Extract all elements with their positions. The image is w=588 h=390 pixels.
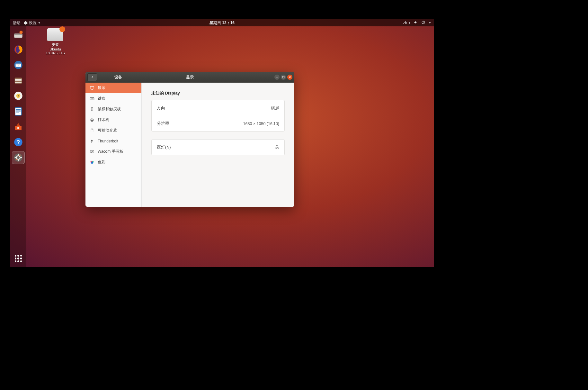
tablet-icon: [89, 149, 94, 154]
sidebar-item-color[interactable]: 色彩: [85, 157, 141, 168]
back-button[interactable]: [87, 73, 97, 81]
dock-item-settings[interactable]: [12, 151, 25, 164]
power-icon[interactable]: [421, 20, 425, 25]
chevron-down-icon: ▼: [429, 22, 431, 24]
chevron-left-icon: [91, 76, 94, 79]
color-icon: [89, 160, 94, 165]
sidebar-item-mouse-touchpad[interactable]: 鼠标和触摸板: [85, 104, 141, 114]
app-menu[interactable]: 设置 ▼: [24, 20, 40, 26]
settings-window: 设备 显示 显示 键盘 鼠标和触摸板: [85, 72, 294, 207]
dock: ?: [10, 26, 26, 267]
svg-rect-24: [15, 157, 16, 158]
removable-media-icon: [89, 128, 94, 133]
svg-text:?: ?: [17, 139, 20, 145]
row-value: 1680 × 1050 (16∶10): [243, 121, 279, 126]
maximize-icon: [282, 76, 285, 78]
sidebar-item-label: 打印机: [98, 117, 109, 122]
settings-sidebar: 显示 键盘 鼠标和触摸板 打印机 可移动介质: [85, 83, 142, 207]
window-titlebar[interactable]: 设备 显示: [85, 72, 294, 83]
display-icon: [89, 86, 94, 91]
svg-rect-33: [92, 98, 93, 98]
display-heading: 未知的 Display: [151, 90, 285, 96]
svg-rect-32: [91, 98, 92, 98]
sidebar-item-display[interactable]: 显示: [85, 83, 141, 93]
dock-item-firefox[interactable]: [12, 43, 25, 56]
header-section-title: 设备: [99, 75, 138, 80]
close-button[interactable]: [287, 75, 292, 80]
dock-item-files[interactable]: [12, 74, 25, 87]
desktop-icon-install-ubuntu[interactable]: 安装 Ubuntu 18.04.5 LTS: [39, 28, 71, 55]
svg-rect-22: [18, 154, 19, 155]
sidebar-item-label: 鼠标和触摸板: [98, 106, 121, 112]
dock-item-upgrade[interactable]: [12, 28, 25, 41]
svg-rect-28: [90, 86, 94, 89]
svg-rect-15: [16, 110, 21, 111]
top-bar: 活动 设置 ▼ 星期日 12：16 zh ▼ ▼: [10, 19, 434, 26]
svg-point-46: [91, 162, 93, 164]
maximize-button[interactable]: [281, 75, 286, 80]
row-value: 横屏: [271, 105, 279, 111]
resolution-row[interactable]: 分辨率 1680 × 1050 (16∶10): [152, 116, 284, 131]
svg-rect-7: [15, 80, 22, 81]
svg-rect-38: [91, 119, 94, 121]
close-icon: [289, 76, 291, 78]
svg-point-11: [18, 95, 19, 96]
sidebar-item-label: 可移动介质: [98, 128, 117, 133]
apps-grid-icon: [15, 255, 22, 262]
svg-rect-26: [276, 78, 278, 78]
dock-item-help[interactable]: ?: [12, 136, 25, 149]
dock-item-thunderbird[interactable]: [12, 59, 25, 71]
dock-item-rhythmbox[interactable]: [12, 89, 25, 102]
sidebar-item-wacom[interactable]: Wacom 手写板: [85, 146, 141, 157]
svg-rect-8: [15, 82, 22, 83]
row-label: 夜灯(N): [157, 145, 171, 150]
dock-item-software[interactable]: [12, 120, 25, 133]
row-label: 分辨率: [157, 121, 169, 126]
svg-rect-27: [282, 76, 284, 78]
window-title: 显示: [186, 75, 194, 80]
sidebar-item-thunderbolt[interactable]: Thunderbolt: [85, 136, 141, 146]
svg-rect-25: [21, 157, 22, 158]
mouse-icon: [89, 107, 94, 112]
sidebar-item-keyboard[interactable]: 键盘: [85, 93, 141, 104]
sidebar-item-label: 色彩: [98, 159, 105, 165]
sidebar-item-label: Wacom 手写板: [98, 149, 123, 154]
minimize-button[interactable]: [274, 75, 280, 80]
row-label: 方向: [157, 105, 165, 111]
clock[interactable]: 星期日 12：16: [209, 20, 235, 26]
sidebar-item-label: Thunderbolt: [98, 139, 118, 143]
activities-button[interactable]: 活动: [13, 20, 21, 26]
svg-rect-16: [16, 111, 21, 112]
desktop-screen: 活动 设置 ▼ 星期日 12：16 zh ▼ ▼: [10, 19, 434, 267]
svg-rect-31: [91, 98, 91, 98]
keyboard-icon: [89, 96, 94, 101]
svg-rect-17: [16, 112, 19, 113]
printer-icon: [89, 117, 94, 122]
svg-rect-35: [91, 99, 93, 99]
svg-rect-42: [92, 129, 93, 130]
nightlight-row[interactable]: 夜灯(N) 关: [152, 140, 284, 155]
orientation-row[interactable]: 方向 横屏: [152, 100, 284, 116]
volume-icon[interactable]: [414, 20, 418, 25]
svg-rect-30: [90, 97, 94, 100]
sidebar-item-label: 键盘: [98, 96, 105, 101]
sidebar-item-removable-media[interactable]: 可移动介质: [85, 125, 141, 136]
chevron-down-icon: ▼: [38, 22, 40, 24]
drive-icon: [47, 28, 63, 41]
svg-rect-18: [17, 127, 19, 129]
svg-rect-14: [16, 109, 21, 110]
thunderbolt-icon: [89, 139, 94, 144]
show-applications-button[interactable]: [12, 252, 25, 265]
svg-rect-23: [18, 160, 19, 161]
desktop-icon-label: 安装 Ubuntu 18.04.5 LTS: [39, 42, 71, 55]
settings-content: 未知的 Display 方向 横屏 分辨率 1680 × 1050 (16∶10…: [142, 83, 294, 207]
sidebar-item-printers[interactable]: 打印机: [85, 114, 141, 125]
input-method-indicator[interactable]: zh ▼: [403, 21, 411, 25]
svg-rect-39: [91, 118, 93, 119]
sidebar-item-label: 显示: [98, 85, 105, 91]
minimize-icon: [276, 76, 278, 78]
row-value: 关: [275, 145, 279, 150]
dock-item-writer[interactable]: [12, 105, 25, 118]
svg-rect-6: [15, 79, 22, 80]
svg-point-2: [20, 31, 23, 34]
